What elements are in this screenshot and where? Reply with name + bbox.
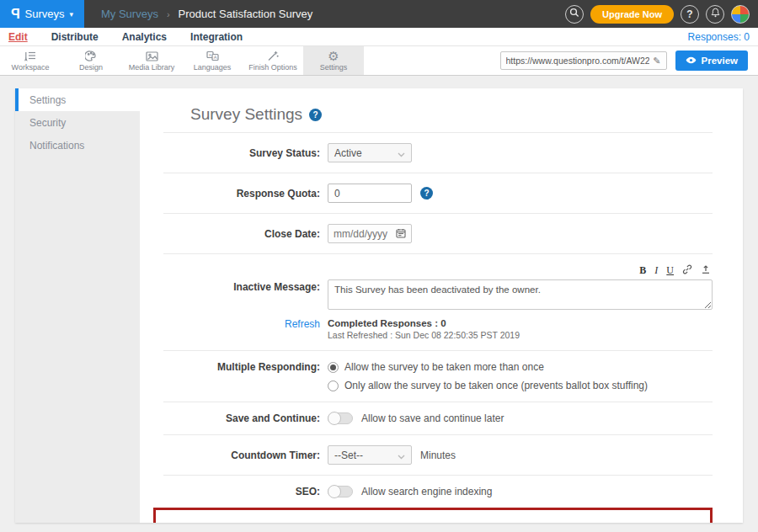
- settings-card: Settings Security Notifications Survey S…: [15, 88, 743, 523]
- multiple-responding-row: Multiple Responding: Allow the survey to…: [163, 350, 713, 402]
- save-and-continue-toggle[interactable]: [328, 412, 353, 424]
- survey-status-row: Survey Status: Active: [163, 132, 713, 173]
- sidebar-item-notifications[interactable]: Notifications: [15, 134, 140, 157]
- toolbar-label-finish-options: Finish Options: [248, 63, 297, 72]
- italic-button[interactable]: I: [654, 264, 658, 277]
- seo-row: SEO: Allow search engine indexing: [163, 475, 713, 508]
- breadcrumb: My Surveys › Product Satisfaction Survey: [101, 8, 312, 20]
- toolbar-item-design[interactable]: Design: [61, 46, 121, 75]
- upload-image-icon[interactable]: [701, 264, 711, 277]
- save-and-continue-description: Allow to save and continue later: [361, 412, 504, 424]
- countdown-timer-select[interactable]: --Set--: [328, 445, 412, 465]
- eye-icon: [686, 56, 697, 66]
- radio-allow-once[interactable]: Only allow the survey to be taken once (…: [328, 380, 648, 391]
- edit-url-pencil-icon[interactable]: ✎: [653, 56, 660, 66]
- tab-edit[interactable]: Edit: [8, 31, 28, 43]
- help-button[interactable]: ?: [681, 5, 699, 24]
- toolbar-label-workspace: Workspace: [12, 63, 50, 72]
- tab-analytics[interactable]: Analytics: [122, 31, 167, 43]
- bell-icon: [711, 8, 720, 20]
- svg-text:x: x: [209, 52, 211, 57]
- surveys-menu-label: Surveys: [25, 8, 65, 20]
- seo-label: SEO:: [163, 486, 320, 497]
- toolbar-item-languages[interactable]: xA Languages: [182, 46, 243, 75]
- question-mark-icon: ?: [686, 8, 692, 20]
- survey-url-input[interactable]: [506, 56, 650, 66]
- translate-icon: xA: [206, 50, 219, 62]
- toolbar-label-media-library: Media Library: [129, 63, 175, 72]
- settings-sidebar: Settings Security Notifications: [15, 88, 140, 523]
- surveys-menu[interactable]: P Surveys ▾: [0, 0, 84, 28]
- close-date-picker[interactable]: [328, 224, 412, 243]
- calendar-icon: [396, 226, 406, 242]
- palette-icon: [85, 50, 97, 62]
- close-date-label: Close Date:: [163, 228, 320, 240]
- inactive-message-label: Inactive Message:: [163, 281, 320, 293]
- svg-text:A: A: [213, 55, 216, 60]
- tab-distribute[interactable]: Distribute: [51, 31, 99, 43]
- rich-text-toolbar: B I U: [328, 264, 713, 279]
- survey-status-select[interactable]: Active: [328, 143, 412, 162]
- anonymity-row: Respondent Anonymity Assurance: Enable Q…: [164, 510, 710, 523]
- search-button[interactable]: [565, 5, 584, 24]
- page-title: Survey Settings: [190, 105, 302, 124]
- breadcrumb-my-surveys[interactable]: My Surveys: [101, 8, 158, 20]
- questionpro-logo-icon: P: [11, 7, 20, 22]
- radio-allow-multiple-label: Allow the survey to be taken more than o…: [344, 361, 544, 373]
- notifications-button[interactable]: [706, 5, 724, 24]
- last-refreshed-text: Last Refreshed : Sun Dec 08 22:50:35 PST…: [328, 330, 520, 340]
- workspace-icon: [24, 50, 37, 62]
- survey-status-label: Survey Status:: [163, 147, 320, 159]
- inactive-message-textarea[interactable]: This Survey has been deactivated by the …: [328, 279, 713, 310]
- bold-button[interactable]: B: [639, 264, 646, 277]
- survey-settings-panel: Survey Settings ? Survey Status: Active …: [140, 88, 743, 523]
- search-icon: [569, 8, 579, 20]
- survey-settings-help-icon[interactable]: ?: [309, 109, 322, 121]
- anonymity-highlight-box: Respondent Anonymity Assurance: Enable Q…: [153, 508, 713, 523]
- toolbar-item-settings[interactable]: ⚙ Settings: [303, 46, 364, 75]
- preview-button[interactable]: Preview: [675, 51, 748, 71]
- countdown-timer-label: Countdown Timer:: [163, 450, 320, 461]
- chevron-down-icon: [398, 146, 405, 161]
- topbar: P Surveys ▾ My Surveys › Product Satisfa…: [0, 0, 758, 28]
- image-icon: [146, 50, 158, 62]
- nav-tabs: Edit Distribute Analytics Integration Re…: [0, 28, 758, 46]
- breadcrumb-separator-icon: ›: [167, 9, 170, 19]
- toolbar-label-settings: Settings: [320, 63, 348, 72]
- toolbar-item-workspace[interactable]: Workspace: [0, 46, 61, 75]
- sidebar-item-settings[interactable]: Settings: [15, 88, 140, 111]
- response-quota-input[interactable]: [328, 184, 412, 203]
- toolbar-item-media-library[interactable]: Media Library: [121, 46, 182, 75]
- radio-allow-once-label: Only allow the survey to be taken once (…: [344, 380, 648, 391]
- response-quota-help-icon[interactable]: ?: [420, 187, 433, 200]
- refresh-row: Refresh Completed Responses : 0 Last Ref…: [163, 318, 713, 350]
- responses-count: Responses: 0: [688, 31, 750, 43]
- survey-status-value: Active: [334, 147, 362, 159]
- countdown-timer-row: Countdown Timer: --Set-- Minutes: [163, 434, 713, 475]
- account-avatar[interactable]: [731, 5, 750, 24]
- completed-responses-text: Completed Responses : 0: [328, 318, 520, 328]
- link-icon[interactable]: [682, 264, 692, 277]
- topbar-actions: Upgrade Now ?: [565, 5, 758, 24]
- multiple-responding-label: Multiple Responding:: [163, 361, 320, 373]
- edit-toolbar: Workspace Design Media Library xA Langua…: [0, 46, 758, 76]
- seo-description: Allow search engine indexing: [361, 486, 492, 497]
- toolbar-label-languages: Languages: [194, 63, 232, 72]
- response-quota-label: Response Quota:: [163, 188, 320, 200]
- toolbar-right: ✎ Preview: [500, 46, 758, 75]
- magic-wand-icon: [267, 50, 279, 62]
- tab-integration[interactable]: Integration: [190, 31, 243, 43]
- underline-button[interactable]: U: [666, 264, 674, 277]
- refresh-link[interactable]: Refresh: [163, 318, 320, 340]
- close-date-input[interactable]: [334, 228, 389, 240]
- toolbar-item-finish-options[interactable]: Finish Options: [243, 46, 303, 75]
- anonymity-label: Respondent Anonymity Assurance:: [164, 522, 321, 523]
- anonymity-description: Enable QuestionPro respondent anonymity …: [360, 522, 691, 523]
- chevron-down-icon: [398, 448, 405, 463]
- sidebar-item-security[interactable]: Security: [15, 111, 140, 134]
- upgrade-now-button[interactable]: Upgrade Now: [590, 5, 674, 24]
- seo-toggle[interactable]: [328, 486, 353, 497]
- inactive-message-row: Inactive Message: B I U: [163, 253, 713, 311]
- radio-allow-multiple[interactable]: Allow the survey to be taken more than o…: [328, 361, 648, 373]
- gear-icon: ⚙: [328, 50, 339, 62]
